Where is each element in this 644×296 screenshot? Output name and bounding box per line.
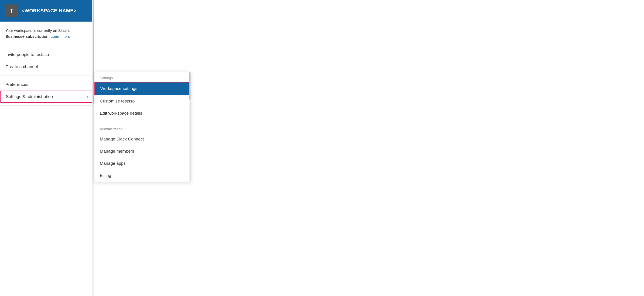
menu-item-invite[interactable]: Invite people to testsso <box>0 49 94 61</box>
workspace-avatar: T <box>6 5 18 17</box>
submenu-scrollbar-thumb <box>189 72 190 100</box>
preferences-label: Preferences <box>6 82 28 87</box>
submenu-divider <box>94 121 190 121</box>
submenu-scrollbar[interactable] <box>189 72 190 182</box>
submenu-item-customise[interactable]: Customise testsso <box>94 95 190 107</box>
submenu-item-workspace-settings[interactable]: Workspace settings <box>94 82 190 95</box>
billing-label: Billing <box>100 173 111 178</box>
workspace-header[interactable]: T <WORKSPACE NAME> <box>0 0 94 22</box>
main-container: T <WORKSPACE NAME> Your workspace is cur… <box>0 0 644 296</box>
menu-item-create-channel[interactable]: Create a channel <box>0 61 94 73</box>
settings-admin-label: Settings & administration <box>6 94 53 99</box>
avatar-letter: T <box>10 8 14 14</box>
left-panel-scrollbar[interactable] <box>92 0 94 296</box>
settings-admin-chevron: › <box>87 95 88 99</box>
edit-workspace-label: Edit workspace details <box>100 111 142 115</box>
subscription-plan: Business+ subscription. <box>6 34 50 39</box>
subscription-text-prefix: Your workspace is currently on Slack's <box>6 29 70 33</box>
learn-more-link[interactable]: Learn more <box>51 34 70 39</box>
subscription-notice: Your workspace is currently on Slack's B… <box>0 22 94 46</box>
manage-members-label: Manage members <box>100 149 134 154</box>
invite-label: Invite people to testsso <box>6 52 49 57</box>
menu-section-actions: Invite people to testsso Create a channe… <box>0 46 94 76</box>
create-channel-label: Create a channel <box>6 64 38 69</box>
submenu-item-edit-workspace[interactable]: Edit workspace details <box>94 107 190 119</box>
left-panel-scrollbar-thumb <box>93 0 94 104</box>
submenu-panel: Settings Workspace settings Customise te… <box>94 72 191 182</box>
submenu-item-manage-slack-connect[interactable]: Manage Slack Connect <box>94 133 190 145</box>
workspace-settings-label: Workspace settings <box>100 86 137 91</box>
settings-section-label: Settings <box>94 72 190 82</box>
administration-section-label: Administration <box>94 123 190 133</box>
menu-item-preferences[interactable]: Preferences <box>0 78 94 91</box>
left-panel: T <WORKSPACE NAME> Your workspace is cur… <box>0 0 94 296</box>
submenu-item-manage-members[interactable]: Manage members <box>94 145 190 157</box>
customise-label: Customise testsso <box>100 99 134 103</box>
menu-item-settings-admin[interactable]: Settings & administration › <box>0 91 94 103</box>
workspace-name: <WORKSPACE NAME> <box>22 8 76 14</box>
menu-section-settings: Preferences Settings & administration › <box>0 76 94 106</box>
submenu-item-manage-apps[interactable]: Manage apps <box>94 157 190 170</box>
submenu-item-billing[interactable]: Billing <box>94 170 190 182</box>
manage-slack-connect-label: Manage Slack Connect <box>100 137 144 141</box>
manage-apps-label: Manage apps <box>100 161 126 166</box>
